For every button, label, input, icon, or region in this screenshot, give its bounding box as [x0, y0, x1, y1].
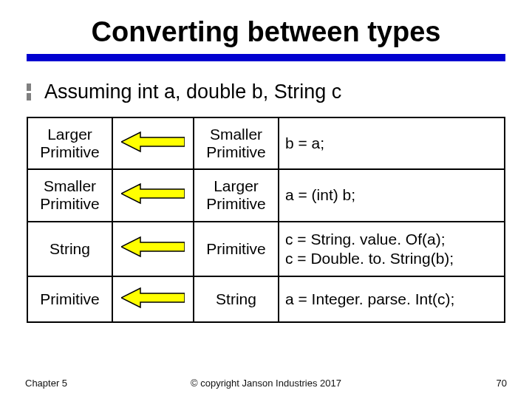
cell-arrow: [112, 117, 194, 169]
bullet-item: Assuming int a, double b, String c: [27, 81, 505, 103]
table-row: Larger Primitive Smaller Primitive b = a…: [27, 117, 505, 169]
footer: Chapter 5 © copyright Janson Industries …: [0, 378, 532, 389]
table-row: Smaller Primitive Larger Primitive a = (…: [27, 169, 505, 221]
cell-left: Primitive: [27, 276, 112, 322]
cell-code: c = String. value. Of(a);c = Double. to.…: [279, 222, 505, 277]
cell-mid: Primitive: [194, 222, 279, 277]
cell-mid: String: [194, 276, 279, 322]
cell-mid: Smaller Primitive: [194, 117, 279, 169]
cell-arrow: [112, 276, 194, 322]
slide-title: Converting between types: [27, 16, 505, 48]
footer-copyright: © copyright Janson Industries 2017: [0, 378, 532, 389]
left-arrow-icon: [121, 236, 185, 258]
footer-chapter: Chapter 5: [25, 378, 67, 389]
cell-code: a = (int) b;: [279, 169, 505, 221]
cell-left: Smaller Primitive: [27, 169, 112, 221]
page-number: 70: [497, 378, 507, 389]
table-row: Primitive String a = Integer. parse. Int…: [27, 276, 505, 322]
left-arrow-icon: [121, 287, 185, 309]
left-arrow-icon: [121, 131, 185, 153]
slide: Converting between types Assuming int a,…: [0, 0, 532, 399]
cell-left: String: [27, 222, 112, 277]
cell-arrow: [112, 169, 194, 221]
bullet-text: Assuming int a, double b, String c: [44, 81, 341, 103]
cell-code: a = Integer. parse. Int(c);: [279, 276, 505, 322]
cell-mid: Larger Primitive: [194, 169, 279, 221]
left-arrow-icon: [121, 183, 185, 205]
svg-marker-0: [121, 132, 185, 151]
cell-left: Larger Primitive: [27, 117, 112, 169]
svg-marker-2: [121, 237, 185, 256]
svg-marker-1: [121, 184, 185, 203]
bullet-glyph-icon: [27, 83, 35, 100]
title-underline: [27, 54, 505, 61]
cell-code: b = a;: [279, 117, 505, 169]
table-row: String Primitive c = String. value. Of(a…: [27, 222, 505, 277]
svg-marker-3: [121, 288, 185, 307]
cell-arrow: [112, 222, 194, 277]
conversion-table: Larger Primitive Smaller Primitive b = a…: [27, 117, 505, 323]
